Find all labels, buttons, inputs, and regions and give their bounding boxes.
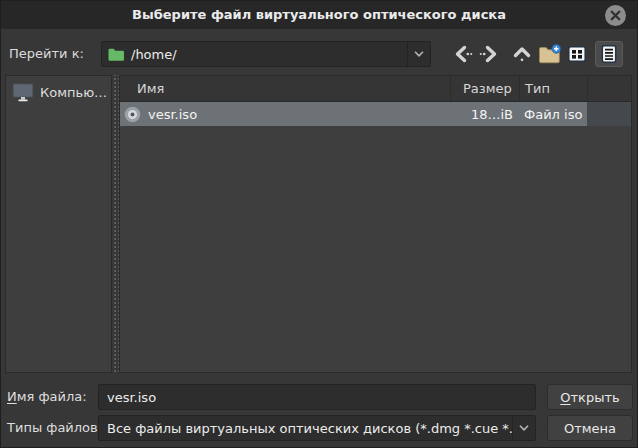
arrow-right-icon xyxy=(478,43,500,65)
goto-label: Перейти к: xyxy=(9,41,84,67)
path-combobox[interactable]: /home/ xyxy=(101,41,431,67)
file-name-label: Имя файла: xyxy=(7,384,87,410)
new-folder-button[interactable] xyxy=(537,41,563,67)
grid-view-button[interactable] xyxy=(564,41,590,67)
file-list: Имя Размер Тип vesr.iso 18…iB Файл iso xyxy=(119,75,632,373)
column-header-spacer xyxy=(587,76,631,101)
open-button[interactable]: Открыть xyxy=(547,384,633,410)
column-header-type[interactable]: Тип xyxy=(519,76,587,101)
column-header-size[interactable]: Размер xyxy=(450,76,519,101)
cancel-button[interactable]: Отмена xyxy=(547,415,633,441)
sidebar-item-label: Компью… xyxy=(40,85,107,100)
computer-icon xyxy=(12,82,34,102)
forward-button[interactable] xyxy=(476,41,502,67)
sidebar: Компью… xyxy=(5,75,112,373)
arrow-left-icon xyxy=(452,43,474,65)
file-types-label: Типы файлов: xyxy=(7,415,102,441)
close-button[interactable] xyxy=(605,5,626,26)
list-header: Имя Размер Тип xyxy=(120,76,631,102)
file-types-combobox[interactable]: Все файлы виртуальных оптических дисков … xyxy=(98,415,536,441)
file-size-cell: 18…iB xyxy=(450,102,519,126)
arrow-up-icon xyxy=(511,43,533,65)
file-name-input[interactable] xyxy=(98,384,536,410)
file-chooser-dialog: Выберите файл виртуального оптического д… xyxy=(0,0,638,448)
folder-icon xyxy=(108,48,124,61)
sidebar-item-computer[interactable]: Компью… xyxy=(6,76,111,106)
grid-view-icon xyxy=(567,44,587,64)
chevron-down-icon xyxy=(407,42,430,66)
list-view-icon xyxy=(599,44,619,64)
path-text: /home/ xyxy=(131,47,177,62)
file-row[interactable]: vesr.iso 18…iB Файл iso xyxy=(120,102,631,126)
file-row-spacer xyxy=(587,102,631,126)
new-folder-icon xyxy=(538,44,562,65)
dialog-title: Выберите файл виртуального оптического д… xyxy=(1,1,637,29)
file-name-cell: vesr.iso xyxy=(120,102,450,126)
disc-icon xyxy=(124,106,141,123)
titlebar: Выберите файл виртуального оптического д… xyxy=(1,1,637,29)
up-button[interactable] xyxy=(509,41,535,67)
column-header-name[interactable]: Имя xyxy=(120,76,450,101)
file-name-text: vesr.iso xyxy=(148,107,197,122)
close-icon xyxy=(610,10,621,21)
list-view-button[interactable] xyxy=(595,41,623,67)
panel-splitter[interactable] xyxy=(112,75,119,373)
chevron-down-icon xyxy=(512,416,535,440)
file-type-cell: Файл iso xyxy=(519,102,587,126)
back-button[interactable] xyxy=(450,41,476,67)
file-types-value: Все файлы виртуальных оптических дисков … xyxy=(107,421,512,436)
